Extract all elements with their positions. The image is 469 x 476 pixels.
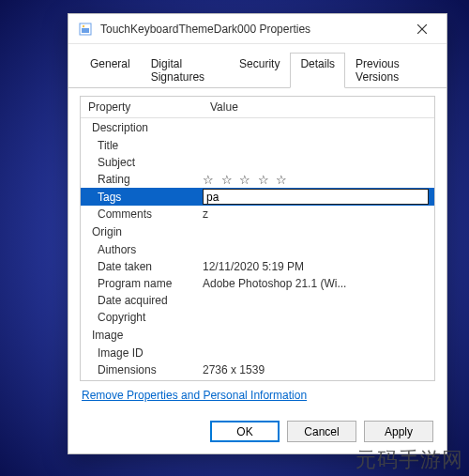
group-description: Description — [81, 118, 434, 137]
properties-dialog: TouchKeyboardThemeDark000 Properties Gen… — [68, 13, 447, 454]
tags-input[interactable] — [203, 189, 429, 205]
svg-point-2 — [83, 24, 84, 26]
row-image-id[interactable]: Image ID — [81, 345, 434, 361]
row-authors[interactable]: Authors — [81, 241, 434, 258]
group-origin: Origin — [81, 223, 434, 241]
remove-properties-link[interactable]: Remove Properties and Personal Informati… — [82, 389, 307, 402]
cancel-button[interactable]: Cancel — [287, 421, 356, 442]
tab-details[interactable]: Details — [290, 53, 345, 88]
prop-label: Dimensions — [81, 363, 203, 376]
prop-label: Subject — [81, 156, 203, 169]
prop-value — [203, 189, 434, 205]
row-rating[interactable]: Rating ☆ ☆ ☆ ☆ ☆ — [81, 171, 434, 188]
row-date-taken[interactable]: Date taken 12/11/2020 5:19 PM — [81, 258, 434, 275]
rating-stars[interactable]: ☆ ☆ ☆ ☆ ☆ — [203, 173, 434, 187]
prop-label: Copyright — [81, 311, 203, 324]
prop-label: Date taken — [81, 260, 203, 273]
row-program-name[interactable]: Program name Adobe Photoshop 21.1 (Wi... — [81, 275, 434, 292]
titlebar: TouchKeyboardThemeDark000 Properties — [68, 14, 446, 44]
column-header-value[interactable]: Value — [203, 97, 434, 117]
prop-value: 2736 x 1539 — [203, 363, 434, 376]
prop-label: Tags — [81, 191, 203, 204]
tab-strip: General Digital Signatures Security Deta… — [68, 44, 446, 88]
prop-value: 12/11/2020 5:19 PM — [203, 260, 434, 273]
row-tags[interactable]: Tags — [81, 188, 434, 206]
prop-label: Program name — [81, 277, 203, 290]
apply-button[interactable]: Apply — [364, 421, 433, 442]
row-date-acquired[interactable]: Date acquired — [81, 292, 434, 309]
ok-button[interactable]: OK — [210, 421, 280, 442]
prop-value: z — [203, 207, 434, 221]
property-list[interactable]: Description Title Subject Rating ☆ ☆ ☆ ☆… — [81, 118, 434, 380]
column-header-property[interactable]: Property — [81, 97, 203, 117]
prop-label: Image ID — [81, 346, 203, 360]
details-panel: Property Value Description Title Subject… — [80, 96, 435, 381]
row-dimensions[interactable]: Dimensions 2736 x 1539 — [81, 361, 434, 378]
svg-rect-1 — [82, 28, 89, 33]
dialog-buttons: OK Cancel Apply — [68, 411, 446, 453]
footer-link-row: Remove Properties and Personal Informati… — [68, 381, 446, 411]
row-copyright[interactable]: Copyright — [81, 309, 434, 326]
close-icon — [417, 24, 427, 34]
prop-label: Authors — [81, 243, 203, 256]
tab-general[interactable]: General — [80, 53, 141, 88]
prop-label: Title — [81, 139, 203, 152]
prop-label: Rating — [81, 173, 203, 186]
tab-security[interactable]: Security — [229, 53, 290, 88]
close-button[interactable] — [403, 16, 441, 42]
row-subject[interactable]: Subject — [81, 154, 434, 171]
prop-label: Comments — [81, 207, 203, 221]
group-image: Image — [81, 326, 434, 345]
tab-digital-signatures[interactable]: Digital Signatures — [141, 53, 229, 88]
row-comments[interactable]: Comments z — [81, 206, 434, 223]
tab-previous-versions[interactable]: Previous Versions — [345, 53, 435, 88]
row-width[interactable]: Width 2736 pixels — [81, 378, 434, 380]
row-title[interactable]: Title — [81, 137, 434, 154]
prop-label: Date acquired — [81, 294, 203, 307]
list-header: Property Value — [81, 97, 434, 118]
window-title: TouchKeyboardThemeDark000 Properties — [100, 23, 403, 36]
file-icon — [78, 22, 93, 37]
prop-value: Adobe Photoshop 21.1 (Wi... — [203, 277, 434, 290]
